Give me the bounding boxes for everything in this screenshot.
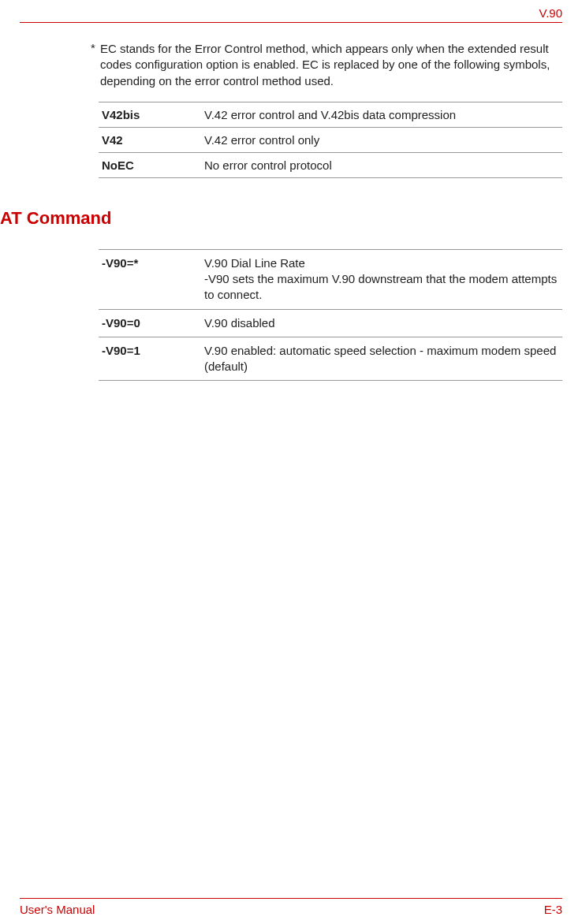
footer-right: E-3 [544,903,562,916]
header-right: V.90 [539,6,562,20]
at-desc-line1: V.90 Dial Line Rate [204,255,559,271]
note-asterisk: * [91,41,100,89]
ec-note: * EC stands for the Error Control method… [91,41,562,89]
table-row: NoEC No error control protocol [99,152,562,177]
at-desc: V.90 Dial Line Rate -V90 sets the maximu… [201,249,562,309]
table-row: -V90=0 V.90 disabled [99,309,562,337]
header-divider [20,22,562,23]
ec-code: V42 [99,127,201,152]
at-code: -V90=* [99,249,201,309]
section-heading: AT Command [0,208,562,229]
at-code: -V90=0 [99,309,201,337]
table-row: -V90=* V.90 Dial Line Rate -V90 sets the… [99,249,562,309]
table-row: V42 V.42 error control only [99,127,562,152]
ec-desc: V.42 error control only [201,127,562,152]
page-content: * EC stands for the Error Control method… [20,41,562,381]
at-command-table: -V90=* V.90 Dial Line Rate -V90 sets the… [99,249,562,382]
note-text: EC stands for the Error Control method, … [100,41,562,89]
ec-desc: No error control protocol [201,152,562,177]
footer-divider [20,898,562,899]
footer-left: User's Manual [20,903,95,916]
at-desc: V.90 enabled: automatic speed selection … [201,337,562,381]
ec-desc: V.42 error control and V.42bis data comp… [201,102,562,127]
table-row: -V90=1 V.90 enabled: automatic speed sel… [99,337,562,381]
ec-code: V42bis [99,102,201,127]
at-desc-line2: -V90 sets the maximum V.90 downstream th… [204,271,559,304]
at-code: -V90=1 [99,337,201,381]
table-row: V42bis V.42 error control and V.42bis da… [99,102,562,127]
at-desc: V.90 disabled [201,309,562,337]
ec-code: NoEC [99,152,201,177]
ec-table: V42bis V.42 error control and V.42bis da… [99,102,562,178]
